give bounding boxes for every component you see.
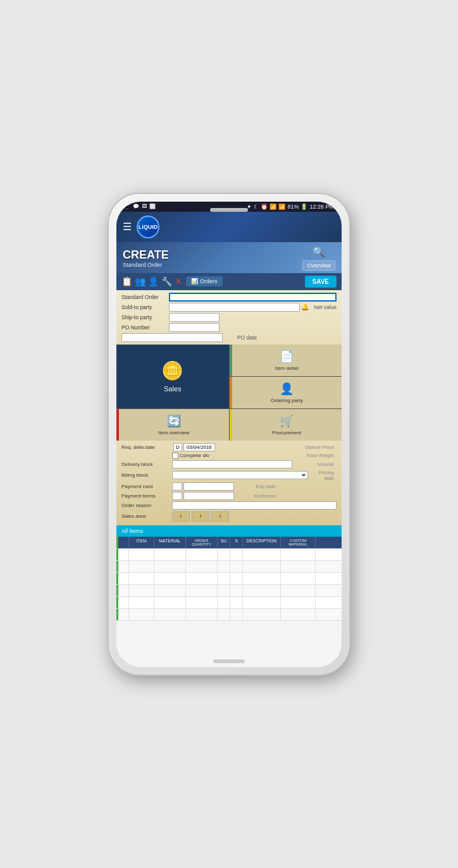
td-desc-1 [243, 561, 281, 572]
billing-block-row: Billing block Pricing date [121, 470, 337, 481]
sales-area-btn-1[interactable]: / [172, 511, 190, 522]
sales-area-btn-2[interactable]: / [192, 511, 209, 522]
td-item-4 [129, 597, 154, 608]
menu-icon[interactable]: ☰ [123, 221, 132, 233]
td-su-5 [218, 609, 230, 620]
th-su: SU [218, 537, 230, 548]
td-material-2 [154, 573, 186, 584]
app-logo: LiQUID [137, 216, 159, 238]
td-su-3 [218, 585, 230, 596]
ordering-party-label: Ordering party [271, 398, 303, 403]
delivery-block-input[interactable] [172, 460, 292, 468]
card-item-detail[interactable]: 📄 Item detail [230, 345, 342, 376]
total-weight-label: Total Weight [292, 453, 337, 458]
td-desc-2 [243, 573, 281, 584]
net-value-label: Net value [314, 304, 337, 310]
complete-dlv-label: Complete dlv [180, 453, 209, 458]
cards-grid: 🪙 Sales 📄 Item detail 👤 Ordering party 🔄… [116, 345, 342, 441]
table-row[interactable] [116, 585, 342, 597]
po-number-row: PO Number [121, 323, 337, 332]
deliver-plant-label: Deliver Plant [292, 444, 337, 450]
sold-to-party-input[interactable] [169, 303, 300, 312]
hero-create-title: CREATE [123, 248, 169, 262]
sales-coins-icon: 🪙 [161, 360, 183, 381]
td-s-0 [230, 549, 243, 560]
exp-date-label: Exp.date [234, 484, 278, 489]
item-overview-icon: 🔄 [167, 414, 181, 428]
standard-order-label: Standard Order [121, 294, 169, 300]
card-sales[interactable]: 🪙 Sales [116, 345, 229, 408]
toolbar-icon-5[interactable]: ✕ [175, 276, 182, 286]
payment-card-input-1[interactable] [172, 482, 182, 491]
logo-text: LiQUID [139, 224, 158, 230]
orders-icon: 📊 [191, 278, 198, 284]
standard-order-row: Standard Order [121, 293, 337, 302]
th-description: DESCRIPTION [243, 537, 281, 548]
card-ordering-party[interactable]: 👤 Ordering party [230, 377, 342, 408]
td-custom-1 [281, 561, 316, 572]
app-icon: ⬜ [149, 204, 156, 209]
ship-to-party-row: Ship-to party [121, 313, 337, 322]
sales-area-btn-3[interactable]: / [211, 511, 229, 522]
complete-dlv-checkbox[interactable] [172, 453, 178, 459]
th-custom-material: CUSTOMMATERIAL [281, 537, 316, 548]
order-reason-input[interactable] [172, 501, 337, 510]
overview-badge[interactable]: Overview [302, 260, 335, 271]
td-order-qty-3 [186, 585, 218, 596]
volume-label: Volume [292, 462, 337, 467]
ordering-party-icon: 👤 [280, 382, 294, 396]
po-date-input[interactable] [121, 333, 223, 342]
battery-icon: 🔋 [300, 204, 307, 210]
procurement-label: Procurement [272, 430, 301, 436]
ship-to-party-input[interactable] [169, 313, 220, 322]
td-desc-4 [243, 597, 281, 608]
message-icon: 💬 [133, 204, 139, 209]
alarm-icon: ⏰ [261, 204, 268, 210]
item-detail-icon: 📄 [280, 350, 294, 364]
td-item-0 [129, 549, 154, 560]
th-item: ITEM [129, 537, 154, 548]
table-header-row: ITEM MATERIAL ORDERQUANTITY SU S DESCRIP… [116, 537, 342, 549]
date-value: 03/04/2016 [183, 443, 215, 451]
pricing-date-label: Pricing date [308, 470, 337, 481]
td-custom-3 [281, 585, 316, 596]
phone-home-button[interactable] [213, 659, 245, 663]
po-number-input[interactable] [169, 323, 220, 332]
toolbar-icon-1[interactable]: 📋 [121, 276, 132, 286]
sales-area-inputs: / / / [172, 511, 229, 522]
billing-block-dropdown[interactable] [172, 471, 308, 479]
table-row[interactable] [116, 549, 342, 561]
toolbar-icon-3[interactable]: 👤 [148, 276, 159, 286]
table-row[interactable] [116, 609, 342, 621]
card-item-overview[interactable]: 🔄 Item overview [116, 409, 229, 441]
payment-card-row: Payment card Exp.date [121, 482, 337, 491]
toolbar-icon-4[interactable]: 🔧 [161, 276, 172, 286]
save-button[interactable]: SAVE [305, 276, 337, 288]
toolbar-icon-2[interactable]: 👥 [135, 276, 145, 286]
table-row[interactable] [116, 561, 342, 573]
payment-card-input-2[interactable] [183, 482, 234, 491]
td-su-2 [218, 573, 230, 584]
td-desc-5 [243, 609, 281, 620]
payment-terms-input-2[interactable] [183, 492, 234, 500]
td-item-5 [129, 609, 154, 620]
table-row[interactable] [116, 597, 342, 609]
td-material-5 [154, 609, 186, 620]
moon-icon: ☾ [254, 204, 259, 210]
delivery-block-label: Delivery block [121, 462, 172, 467]
td-custom-4 [281, 597, 316, 608]
whatsapp-icon: 📱 [124, 204, 130, 209]
search-icon[interactable]: 🔍 [313, 246, 325, 258]
standard-order-input[interactable] [169, 293, 337, 302]
card-procurement[interactable]: 🛒 Procurement [230, 409, 342, 441]
status-icons-left: 📱 💬 🖼 ⬜ [124, 204, 156, 209]
details-section: Req. deliv.date D 03/04/2016 Deliver Pla… [116, 441, 342, 525]
payment-card-label: Payment card [121, 484, 172, 489]
orders-button[interactable]: 📊 Orders [186, 276, 223, 286]
td-s-5 [230, 609, 243, 620]
payment-terms-input-1[interactable] [172, 492, 182, 500]
table-row[interactable] [116, 573, 342, 585]
td-custom-0 [281, 549, 316, 560]
phone-frame: 📱 💬 🖼 ⬜ ✦ ☾ ⏰ 📶 📶 81% 🔋 12:26 PM ☰ LiQUI… [109, 194, 349, 675]
procurement-icon: 🛒 [280, 414, 294, 428]
